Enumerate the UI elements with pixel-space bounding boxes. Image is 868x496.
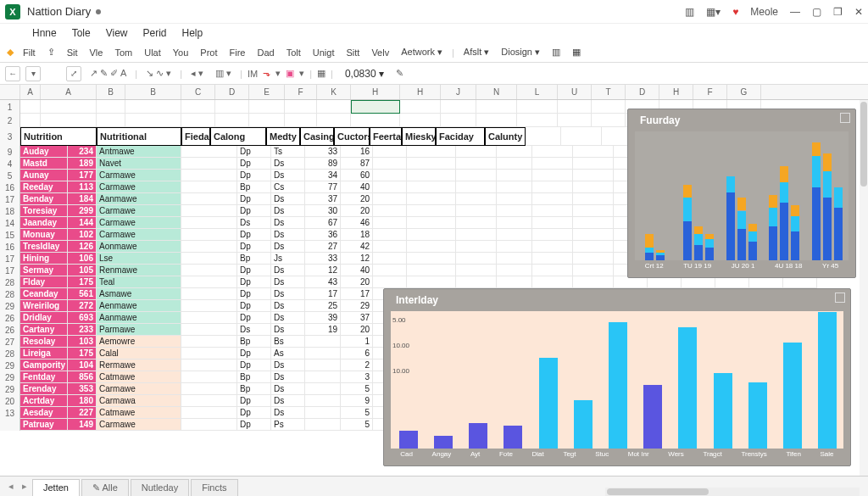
cell[interactable]: 9	[341, 395, 373, 407]
cell[interactable]: Ds	[271, 170, 305, 181]
restore-icon[interactable]: ❐	[833, 6, 843, 18]
cell[interactable]: Asmawe	[97, 288, 181, 300]
cell[interactable]: 1	[341, 336, 373, 348]
cell[interactable]: Antmawe	[97, 146, 181, 158]
cell[interactable]: Cs	[271, 181, 305, 193]
cell[interactable]: Dp	[237, 205, 271, 217]
cell[interactable]	[456, 170, 497, 181]
cell[interactable]	[456, 276, 497, 288]
cell[interactable]: As	[271, 348, 305, 359]
cell[interactable]	[573, 193, 614, 205]
sheet-tab[interactable]: ✎ Alle	[81, 479, 129, 496]
col-header[interactable]: A	[20, 85, 41, 99]
user-name[interactable]: Meole	[750, 6, 778, 18]
ribbon-item[interactable]: Unigt	[310, 47, 337, 58]
cell[interactable]: Fieday	[181, 127, 210, 146]
row-header[interactable]: 29	[0, 371, 20, 383]
cell[interactable]: Rermawe	[97, 359, 181, 371]
cell[interactable]: Ds	[271, 158, 305, 170]
cell[interactable]: Wreirilog	[20, 300, 68, 312]
cell[interactable]: Resolay	[20, 336, 68, 348]
cell[interactable]: 104	[68, 359, 97, 371]
expand-icon[interactable]: ⤢	[66, 66, 81, 81]
cell[interactable]	[305, 419, 341, 431]
cell[interactable]: Lireiga	[20, 348, 68, 359]
cell[interactable]	[407, 265, 456, 276]
cell[interactable]: Feertay	[370, 127, 402, 146]
cell[interactable]	[373, 170, 407, 181]
cell[interactable]	[497, 205, 532, 217]
formula-value[interactable]: 0,0830 ▾	[345, 68, 384, 80]
cell[interactable]	[497, 253, 532, 265]
cell[interactable]	[305, 336, 341, 348]
cell[interactable]	[456, 253, 497, 265]
row-header[interactable]: 5	[0, 170, 20, 181]
col-header[interactable]: K	[317, 85, 351, 99]
cell[interactable]: Carmawe	[97, 217, 181, 229]
column-headers[interactable]: AABBCDEFKHHJNLUTDHFG	[0, 85, 868, 100]
cell[interactable]	[373, 146, 407, 158]
cell[interactable]: 17	[341, 288, 373, 300]
cell[interactable]: Hining	[20, 253, 68, 265]
cell[interactable]	[351, 114, 400, 127]
cell[interactable]: Bp	[237, 181, 271, 193]
col-header[interactable]: D	[215, 85, 249, 99]
cell[interactable]	[305, 371, 341, 383]
col-header[interactable]: D	[626, 85, 659, 99]
cell[interactable]	[400, 100, 441, 114]
cell[interactable]	[125, 100, 181, 114]
cell[interactable]	[573, 217, 614, 229]
cell[interactable]	[497, 181, 532, 193]
cell[interactable]	[249, 114, 285, 127]
cell[interactable]	[373, 253, 407, 265]
cell[interactable]: Catmawe	[97, 371, 181, 383]
cell[interactable]: Dp	[237, 158, 271, 170]
col-header[interactable]: B	[97, 85, 125, 99]
cell[interactable]: 113	[68, 181, 97, 193]
col-header[interactable]: B	[125, 85, 181, 99]
cell[interactable]: Acrtday	[20, 395, 68, 407]
cell[interactable]: Ds	[271, 193, 305, 205]
cell[interactable]	[181, 383, 237, 395]
cell[interactable]	[41, 100, 97, 114]
cell[interactable]	[181, 324, 237, 336]
cell[interactable]: Carmawe	[97, 383, 181, 395]
cell[interactable]	[317, 114, 351, 127]
cell[interactable]	[181, 288, 237, 300]
cell[interactable]	[181, 170, 237, 181]
cell[interactable]	[497, 158, 532, 170]
cell[interactable]	[305, 348, 341, 359]
cell[interactable]	[97, 114, 125, 127]
cell[interactable]: Renmawe	[97, 265, 181, 276]
row-header[interactable]: 4	[0, 158, 20, 170]
cell[interactable]	[407, 193, 456, 205]
cell[interactable]	[407, 146, 456, 158]
cell[interactable]	[592, 114, 626, 127]
cell[interactable]	[456, 181, 497, 193]
cell[interactable]	[373, 229, 407, 241]
ribbon-item[interactable]: Diosign ▾	[498, 47, 542, 58]
cell[interactable]: Monuay	[20, 229, 68, 241]
col-header[interactable]	[0, 85, 20, 99]
cell[interactable]	[441, 100, 476, 114]
chart-close-icon[interactable]	[840, 113, 850, 123]
cell[interactable]: 30	[305, 205, 341, 217]
vertical-scrollbar[interactable]	[860, 100, 868, 476]
menu-tole[interactable]: Tole	[72, 27, 91, 39]
cell[interactable]: 184	[68, 193, 97, 205]
cell[interactable]: Ds	[271, 324, 305, 336]
close-icon[interactable]: ✕	[854, 6, 863, 18]
cell[interactable]: 25	[305, 300, 341, 312]
chart-fuurday[interactable]: Fuurday Crt 12TU 19 19JU 20 14U 18 18Yr …	[627, 109, 856, 278]
cell[interactable]: Ds	[237, 324, 271, 336]
cell[interactable]	[497, 241, 532, 253]
cell[interactable]: Dp	[237, 170, 271, 181]
cell[interactable]	[517, 114, 558, 127]
row-header[interactable]: 16	[0, 181, 20, 193]
cell[interactable]	[20, 114, 41, 127]
cell[interactable]	[573, 265, 614, 276]
cell[interactable]: 299	[68, 205, 97, 217]
cell[interactable]: Carmawe	[97, 419, 181, 431]
row-header[interactable]: 28	[0, 276, 20, 288]
cell[interactable]: Ts	[271, 146, 305, 158]
